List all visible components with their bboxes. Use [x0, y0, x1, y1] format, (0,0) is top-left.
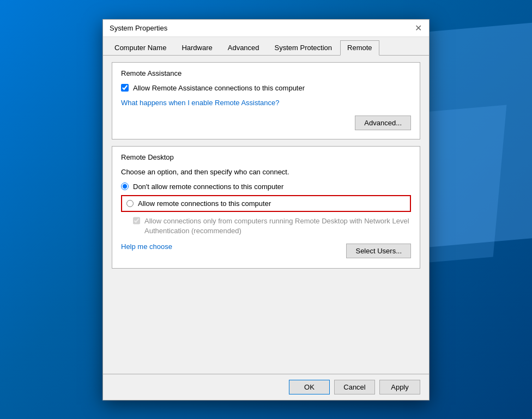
tab-system-protection[interactable]: System Protection [268, 40, 340, 55]
nla-checkbox-row: Allow connections only from computers ru… [133, 216, 411, 236]
remote-assistance-section: Remote Assistance Allow Remote Assistanc… [112, 62, 420, 139]
remote-assistance-help-link[interactable]: What happens when I enable Remote Assist… [121, 99, 280, 107]
advanced-btn-row: Advanced... [121, 116, 411, 130]
remote-desktop-description: Choose an option, and then specify who c… [121, 168, 411, 176]
allow-remote-radio-label[interactable]: Allow remote connections to this compute… [138, 199, 271, 208]
allow-remote-assistance-label[interactable]: Allow Remote Assistance connections to t… [133, 84, 305, 92]
dont-allow-radio-row: Don't allow remote connections to this c… [121, 183, 411, 191]
tab-remote[interactable]: Remote [340, 40, 379, 56]
select-users-button[interactable]: Select Users... [346, 244, 411, 258]
help-me-choose-link[interactable]: Help me choose [121, 242, 172, 251]
allow-remote-radio-highlight[interactable]: Allow remote connections to this compute… [121, 195, 411, 212]
tab-computer-name[interactable]: Computer Name [107, 40, 173, 55]
advanced-button[interactable]: Advanced... [355, 116, 411, 130]
system-properties-dialog: System Properties ✕ Computer Name Hardwa… [102, 19, 430, 400]
allow-remote-assistance-row: Allow Remote Assistance connections to t… [121, 84, 411, 92]
nla-checkbox[interactable] [133, 217, 140, 224]
select-users-row: Help me choose Select Users... [121, 242, 411, 259]
dont-allow-radio-label[interactable]: Don't allow remote connections to this c… [133, 183, 283, 191]
remote-assistance-title: Remote Assistance [121, 69, 411, 77]
ok-button[interactable]: OK [289, 380, 330, 394]
tab-advanced[interactable]: Advanced [221, 40, 267, 55]
dialog-title: System Properties [110, 24, 167, 32]
tab-content: Remote Assistance Allow Remote Assistanc… [103, 56, 429, 374]
dialog-footer: OK Cancel Apply [103, 374, 429, 400]
nla-checkbox-label: Allow connections only from computers ru… [144, 216, 411, 236]
title-bar: System Properties ✕ [103, 20, 429, 37]
remote-desktop-section: Remote Desktop Choose an option, and the… [112, 146, 420, 269]
dont-allow-radio[interactable] [121, 183, 129, 190]
allow-remote-radio[interactable] [126, 200, 134, 207]
remote-desktop-title: Remote Desktop [121, 153, 411, 161]
close-button[interactable]: ✕ [412, 21, 425, 34]
tab-hardware[interactable]: Hardware [174, 40, 219, 55]
tab-bar: Computer Name Hardware Advanced System P… [103, 37, 429, 56]
allow-remote-assistance-checkbox[interactable] [121, 84, 129, 92]
cancel-button[interactable]: Cancel [334, 380, 375, 394]
apply-button[interactable]: Apply [379, 380, 420, 394]
